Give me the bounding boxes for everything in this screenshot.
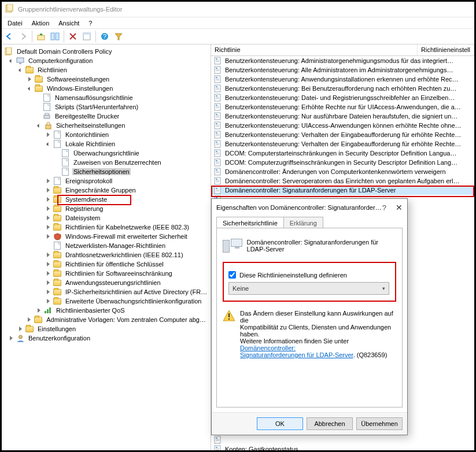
- table-row[interactable]: Benutzerkontensteuerung: Verhalten der E…: [211, 139, 474, 149]
- define-checkbox[interactable]: [228, 271, 236, 279]
- table-row[interactable]: Benutzerkontensteuerung: UIAccess-Anwend…: [211, 121, 474, 130]
- col-policy[interactable]: Richtlinie: [211, 45, 418, 55]
- warning-link[interactable]: Domänencontroller:: [240, 344, 296, 351]
- value-combobox[interactable]: Keine ▾: [228, 282, 389, 295]
- expand-icon[interactable]: [45, 187, 51, 194]
- tree-wireless[interactable]: Drahtlosnetzwerkrichtlinien (IEEE 802.11…: [64, 251, 185, 258]
- col-setting[interactable]: Richtlinieneinstell: [418, 45, 474, 55]
- tree-restricted[interactable]: Eingeschränkte Gruppen: [64, 187, 137, 194]
- expand-icon[interactable]: [45, 140, 51, 147]
- expand-icon[interactable]: [45, 261, 51, 268]
- apply-button[interactable]: Übernehmen: [356, 417, 403, 430]
- tree-sysservices[interactable]: Systemdienste: [64, 196, 108, 203]
- tree-admtemplates[interactable]: Administrative Vorlagen: Vom zentralen C…: [45, 316, 211, 323]
- expand-icon[interactable]: [45, 288, 51, 295]
- tree-windows[interactable]: Windows-Einstellungen: [46, 85, 114, 92]
- back-button[interactable]: [3, 30, 16, 43]
- expand-icon[interactable]: [45, 214, 51, 221]
- table-row[interactable]: Domänencontroller: Änderungen von Comput…: [211, 167, 474, 176]
- table-row[interactable]: Benutzerkontensteuerung: Anwendungsinsta…: [211, 75, 474, 84]
- help-icon[interactable]: ?: [382, 203, 386, 212]
- tree-root[interactable]: Default Domain Controllers Policy: [16, 48, 113, 55]
- tree-scripts[interactable]: Skripts (Start/Herunterfahren): [54, 103, 139, 110]
- expand-icon[interactable]: [26, 316, 33, 323]
- expand-icon[interactable]: [35, 307, 42, 314]
- tree-wired[interactable]: Richtlinien für Kabelnetzwerke (IEEE 802…: [64, 224, 190, 231]
- table-row[interactable]: Domänencontroller: Signaturanforderungen…: [211, 186, 474, 195]
- table-row[interactable]: Domänencontroller: Serveroperatoren das …: [211, 176, 474, 186]
- tree-filesystem[interactable]: Dateisystem: [64, 214, 102, 221]
- table-row[interactable]: Nicht definiert: [211, 435, 474, 444]
- tree-policies[interactable]: Richtlinien: [36, 66, 68, 73]
- menu-file[interactable]: Datei: [3, 18, 27, 28]
- expand-icon[interactable]: [17, 325, 24, 332]
- tree-account[interactable]: Kontorichtlinien: [64, 131, 110, 138]
- expand-icon[interactable]: [26, 85, 33, 92]
- table-row[interactable]: Benutzerkontensteuerung: Nur ausführbare…: [211, 112, 474, 121]
- svg-rect-192: [228, 313, 230, 317]
- properties-button[interactable]: [80, 30, 93, 43]
- tree-local[interactable]: Lokale Richtlinien: [64, 140, 116, 147]
- table-row[interactable]: Benutzerkontensteuerung: Bei Benutzerauf…: [211, 84, 474, 93]
- table-row[interactable]: Konten: Gastkontenstatus: [211, 444, 474, 450]
- table-row[interactable]: Benutzerkontensteuerung: Alle Administra…: [211, 65, 474, 75]
- tree-advaudit[interactable]: Erweiterte Überwachungsrichtlinienkonfig…: [64, 298, 202, 305]
- tab-explanation[interactable]: Erklärung: [283, 217, 323, 228]
- tree-software[interactable]: Softwareeinstellungen: [46, 76, 110, 83]
- tree-printers[interactable]: Bereitgestellte Drucker: [54, 113, 120, 120]
- tree-user-rights[interactable]: Zuweisen von Benutzerrechten: [72, 159, 163, 166]
- tree-srp[interactable]: Richtlinien für Softwareeinschränkung: [64, 270, 174, 277]
- tree-security[interactable]: Sicherheitseinstellungen: [55, 122, 126, 129]
- filter-button[interactable]: [112, 30, 125, 43]
- expand-icon[interactable]: [17, 66, 24, 73]
- tree-ipsec[interactable]: IP-Sicherheitsrichtlinien auf Active Dir…: [64, 288, 209, 295]
- expand-icon[interactable]: [35, 122, 42, 129]
- tree-security-options[interactable]: Sicherheitsoptionen: [72, 168, 131, 175]
- expand-icon[interactable]: [45, 298, 51, 305]
- expand-icon[interactable]: [45, 279, 51, 286]
- expand-icon[interactable]: [45, 251, 51, 258]
- tree-appctrl[interactable]: Anwendungssteuerungsrichtlinien: [64, 279, 162, 286]
- nav-tree[interactable]: Default Domain Controllers Policy Comput…: [2, 47, 211, 343]
- expand-icon[interactable]: [45, 177, 51, 184]
- tree-qos[interactable]: Richtlinienbasierter QoS: [55, 307, 126, 314]
- expand-icon[interactable]: [45, 224, 51, 231]
- help-button[interactable]: ?: [98, 30, 111, 43]
- tree-nameres[interactable]: Namensauflösungsrichtlinie: [54, 94, 134, 101]
- delete-button[interactable]: [67, 30, 79, 43]
- tree-audit[interactable]: Überwachungsrichtlinie: [72, 150, 141, 157]
- tree-preferences[interactable]: Einstellungen: [36, 325, 77, 332]
- tree-eventlog[interactable]: Ereignisprotokoll: [64, 177, 113, 184]
- expand-icon[interactable]: [45, 233, 51, 240]
- expand-icon[interactable]: [45, 196, 51, 203]
- tree-nlm[interactable]: Netzwerklisten-Manager-Richtlinien: [64, 242, 167, 249]
- expand-icon[interactable]: [8, 57, 14, 64]
- show-hide-button[interactable]: [49, 30, 61, 43]
- table-row[interactable]: DCOM: Computerzugriffseinschränkungen in…: [211, 158, 474, 167]
- cancel-button[interactable]: Abbrechen: [307, 417, 353, 430]
- tree-registry[interactable]: Registrierung: [64, 205, 104, 212]
- menu-view[interactable]: Ansicht: [54, 18, 84, 28]
- table-row[interactable]: Benutzerkontensteuerung: Administratorge…: [211, 56, 474, 65]
- tree-pubkey[interactable]: Richtlinien für öffentliche Schlüssel: [64, 261, 165, 268]
- tree-user-config[interactable]: Benutzerkonfiguration: [27, 335, 91, 342]
- expand-icon[interactable]: [45, 270, 51, 277]
- expand-icon[interactable]: [45, 131, 51, 138]
- warning-link[interactable]: Signaturanforderungen für LDAP-Server: [240, 351, 353, 358]
- table-row[interactable]: Benutzerkontensteuerung: Datei- und Regi…: [211, 93, 474, 102]
- tree-firewall[interactable]: Windows-Firewall mit erweiterter Sicherh…: [64, 233, 189, 240]
- expand-icon[interactable]: [26, 76, 33, 83]
- close-icon[interactable]: ✕: [396, 203, 403, 212]
- table-row[interactable]: DCOM: Computerstarteinschränkungen in Se…: [211, 149, 474, 158]
- menu-help[interactable]: ?: [84, 18, 97, 28]
- tab-security-policy[interactable]: Sicherheitsrichtlinie: [216, 217, 284, 228]
- expand-icon[interactable]: [8, 335, 14, 342]
- forward-button[interactable]: [17, 30, 29, 43]
- tree-computer-config[interactable]: Computerkonfiguration: [27, 57, 94, 64]
- menu-action[interactable]: Aktion: [27, 18, 54, 28]
- table-row[interactable]: Benutzerkontensteuerung: Erhöhte Rechte …: [211, 102, 474, 112]
- expand-icon[interactable]: [45, 205, 51, 212]
- up-button[interactable]: [35, 30, 47, 43]
- table-row[interactable]: Benutzerkontensteuerung: Verhalten der E…: [211, 130, 474, 139]
- ok-button[interactable]: OK: [257, 417, 303, 430]
